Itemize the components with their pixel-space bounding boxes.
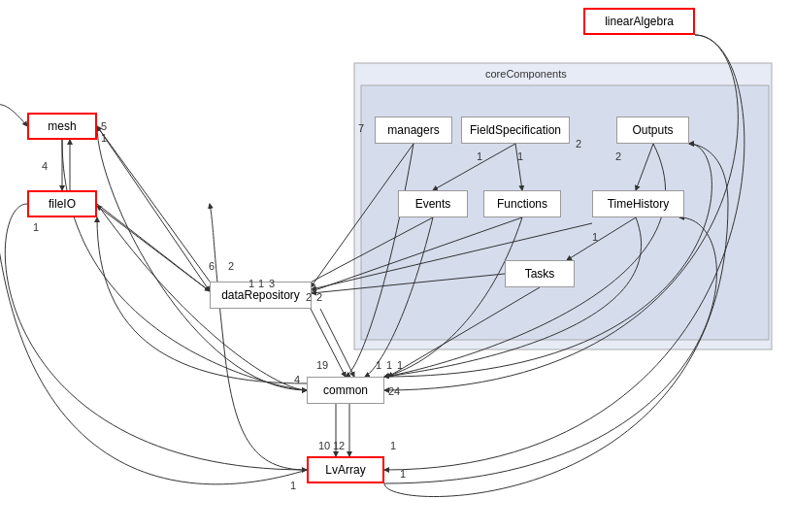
edge-label-1e: 1: [376, 359, 381, 371]
lvarray-label: LvArray: [325, 463, 365, 477]
edge-label-2e: 2: [615, 150, 621, 162]
edge-label-12: 12: [333, 440, 345, 451]
edge-label-1g: 1: [397, 359, 403, 371]
edge-label-1k: 1: [477, 150, 482, 162]
mesh-label: mesh: [48, 119, 76, 133]
lvarray-node: LvArray: [307, 456, 384, 483]
functions-label: Functions: [497, 197, 547, 211]
tasks-label: Tasks: [525, 267, 555, 281]
edge-label-19: 19: [316, 359, 328, 371]
coreComponents-label: coreComponents: [485, 68, 567, 80]
edge-label-4b: 4: [294, 374, 300, 385]
edge-label-2c: 2: [316, 291, 322, 303]
edge-label-1d: 1: [258, 278, 264, 289]
managers-node: managers: [375, 116, 452, 144]
mesh-node: mesh: [27, 113, 97, 140]
edge-label-1h: 1: [290, 480, 296, 491]
fieldspecification-node: FieldSpecification: [461, 116, 570, 144]
connections-svg: [0, 0, 794, 532]
edge-label-24: 24: [388, 385, 400, 397]
edge-label-1m: 1: [592, 231, 598, 243]
linearAlgebra-node: linearAlgebra: [583, 8, 695, 35]
datarepository-label: dataRepository: [221, 288, 300, 302]
edge-label-3: 3: [269, 278, 275, 289]
timehistory-label: TimeHistory: [608, 197, 670, 211]
edge-label-1a: 1: [101, 132, 107, 144]
edge-label-1c: 1: [248, 278, 254, 289]
edge-label-2a: 2: [228, 260, 234, 272]
edge-label-4: 4: [42, 160, 48, 172]
events-label: Events: [415, 197, 451, 211]
edge-label-10: 10: [318, 440, 330, 451]
timehistory-node: TimeHistory: [592, 190, 684, 217]
outputs-node: Outputs: [616, 116, 689, 144]
edge-label-1l: 1: [517, 150, 523, 162]
edge-label-1j: 1: [400, 468, 406, 480]
fileIO-node: fileIO: [27, 190, 97, 217]
common-label: common: [323, 383, 368, 397]
events-node: Events: [398, 190, 468, 217]
edge-label-1i: 1: [390, 440, 396, 451]
edge-label-1f: 1: [386, 359, 392, 371]
functions-node: Functions: [483, 190, 561, 217]
common-node: common: [307, 377, 384, 404]
edge-label-1b: 1: [33, 221, 39, 233]
fieldspecification-label: FieldSpecification: [470, 123, 561, 137]
edge-label-5: 5: [101, 120, 107, 132]
tasks-node: Tasks: [505, 260, 575, 287]
edge-label-6: 6: [209, 260, 215, 272]
outputs-label: Outputs: [632, 123, 673, 137]
fileIO-label: fileIO: [49, 197, 76, 211]
managers-label: managers: [387, 123, 439, 137]
edge-label-2b: 2: [306, 291, 312, 303]
linearAlgebra-label: linearAlgebra: [605, 15, 674, 28]
edge-label-7: 7: [358, 122, 364, 134]
edge-label-2d: 2: [576, 138, 581, 150]
diagram-container: linearAlgebra mesh fileIO coreComponents…: [0, 0, 794, 532]
